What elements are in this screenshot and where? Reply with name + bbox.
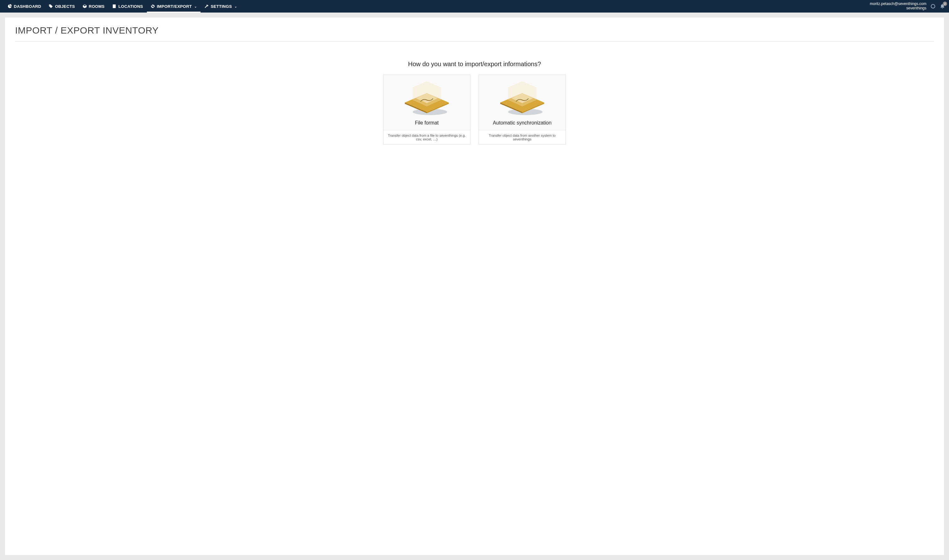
user-block[interactable]: moritz.petasch@seventhings.com seventhin… — [870, 2, 926, 11]
nav-settings[interactable]: SETTINGS ⌄ — [201, 0, 241, 12]
chevron-down-icon: ⌄ — [194, 5, 197, 8]
import-export-question: How do you want to import/export informa… — [15, 60, 934, 68]
card-file-format[interactable]: File format Transfer object data from a … — [383, 75, 471, 145]
page-content: IMPORT / EXPORT INVENTORY How do you wan… — [5, 18, 944, 555]
chevron-down-icon: ⌄ — [235, 5, 237, 8]
page-title: IMPORT / EXPORT INVENTORY — [15, 25, 934, 42]
user-email: moritz.petasch@seventhings.com — [870, 2, 926, 6]
card-top: Automatic synchronization — [479, 75, 565, 131]
pie-chart-icon — [8, 4, 12, 8]
nav-label: LOCATIONS — [118, 4, 143, 9]
option-cards: File format Transfer object data from a … — [15, 75, 934, 145]
topnav: DASHBOARD OBJECTS ROOMS LOCATIONS IMPORT — [0, 0, 949, 12]
notifications-button[interactable]: 2 — [940, 3, 945, 9]
card-title: File format — [415, 120, 439, 126]
tag-icon — [49, 4, 53, 8]
nav-rooms[interactable]: ROOMS — [79, 0, 109, 12]
nav-right: moritz.petasch@seventhings.com seventhin… — [870, 2, 945, 11]
wrench-icon — [204, 4, 209, 8]
card-title: Automatic synchronization — [493, 120, 552, 126]
card-description: Transfer object data from a file to seve… — [384, 131, 470, 144]
nav-dashboard[interactable]: DASHBOARD — [4, 0, 45, 12]
nav-locations[interactable]: LOCATIONS — [108, 0, 147, 12]
building-icon — [112, 4, 116, 8]
nav-label: DASHBOARD — [14, 4, 41, 9]
card-top: File format — [384, 75, 470, 131]
nav-label: ROOMS — [89, 4, 105, 9]
nav-label: OBJECTS — [55, 4, 75, 9]
svg-point-0 — [49, 5, 50, 6]
nav-label: SETTINGS — [211, 4, 231, 9]
user-org: seventhings — [870, 6, 926, 11]
nav-left: DASHBOARD OBJECTS ROOMS LOCATIONS IMPORT — [4, 0, 241, 12]
card-auto-sync[interactable]: Automatic synchronization Transfer objec… — [478, 75, 566, 145]
nav-import-export[interactable]: IMPORT/EXPORT ⌄ — [147, 0, 201, 12]
sync-icon — [151, 4, 155, 8]
card-description: Transfer object data from another system… — [479, 131, 565, 144]
box-icon — [83, 4, 87, 8]
nav-objects[interactable]: OBJECTS — [45, 0, 79, 12]
status-indicator-icon[interactable] — [931, 4, 935, 8]
notification-badge: 2 — [943, 2, 947, 6]
puzzle-illustration-icon — [491, 75, 554, 119]
puzzle-illustration-icon — [395, 75, 458, 119]
nav-label: IMPORT/EXPORT — [157, 4, 192, 9]
